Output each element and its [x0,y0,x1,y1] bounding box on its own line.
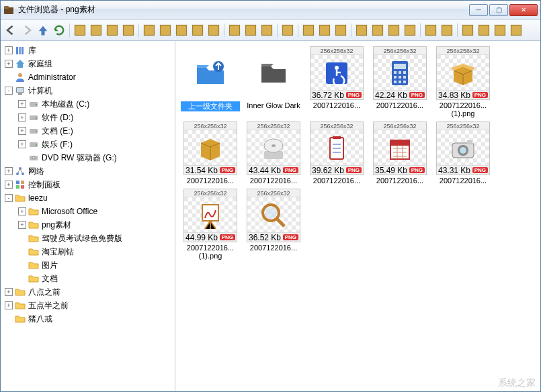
filter-a-button[interactable] [423,23,438,38]
view-medium-button[interactable] [317,23,332,38]
svg-rect-4 [108,25,118,35]
grid-4-button[interactable] [509,23,524,38]
paste-button[interactable] [259,23,274,38]
user-icon [15,72,26,83]
file-item[interactable]: 256x256x3235.49 KbPNG2007122016... [370,121,429,185]
tree-node[interactable]: +八点之前 [2,285,173,299]
tree-twisty[interactable]: + [5,181,13,189]
tree-node[interactable]: +文档 (E:) [2,124,173,138]
sort-size-button[interactable] [370,23,385,38]
view-details-button[interactable] [333,23,348,38]
move-to-button[interactable] [158,23,173,38]
file-item[interactable]: 256x256x3236.52 KbPNG2007122016... [244,189,303,260]
tree-node[interactable]: +Microsoft Office [2,205,173,218]
app-icon [3,5,14,15]
file-item[interactable]: 256x256x3231.54 KbPNG2007122016... [181,121,240,185]
info-bar: 42.24 KbPNG [374,90,426,99]
tree-node[interactable]: +png素材 [2,218,173,232]
up-button[interactable] [36,23,50,38]
tree-node[interactable]: +控制面板 [2,178,173,191]
bookmark-add-button[interactable] [105,23,120,38]
copy-to-button[interactable] [142,23,157,38]
tree-twisty[interactable]: - [5,194,13,202]
folder-icon [15,287,26,297]
tree-twisty[interactable]: + [18,140,26,148]
tree-twisty[interactable]: + [18,127,26,135]
maximize-button[interactable]: ▢ [489,4,508,16]
cut-button[interactable] [227,23,242,38]
svg-rect-11 [230,25,240,35]
tree-twisty[interactable]: + [5,60,13,68]
file-item[interactable]: 256x256x3243.31 KbPNG2007122016... [433,121,493,185]
tree-node[interactable]: +家庭组 [2,57,173,70]
tree-twisty[interactable]: + [18,207,26,215]
tree-node[interactable]: 驾驶员考试绿色免费版 [2,232,173,245]
tree-twisty[interactable]: + [5,288,13,296]
tree-node[interactable]: +本地磁盘 (C:) [2,97,173,111]
grid-3-button[interactable] [493,23,507,38]
tree-twisty[interactable]: + [18,100,26,108]
filename-label: 2007122016... [244,244,303,252]
tree-label: 八点之前 [28,287,60,298]
tree-twisty[interactable]: + [5,167,13,175]
folder-item[interactable]: 上一级文件夹 [181,46,240,117]
file-item[interactable]: 256x256x3239.62 KbPNG2007122016... [307,121,366,185]
sort-name-button[interactable] [354,23,369,38]
tree-node[interactable]: +软件 (D:) [2,111,173,124]
refresh-button[interactable] [52,23,67,38]
svg-rect-26 [495,25,505,35]
tree-node[interactable]: +网络 [2,164,173,178]
tree-node[interactable]: 猪八戒 [2,312,173,326]
tree-twisty[interactable]: + [18,221,26,229]
tree-node[interactable]: 淘宝刷钻 [2,245,173,258]
tree-label: png素材 [42,219,71,231]
grid-1-button[interactable] [460,23,475,38]
tree-node[interactable]: -leezu [2,191,173,205]
tree-node[interactable]: +库 [2,44,173,57]
tree-node[interactable]: +娱乐 (F:) [2,138,173,151]
view-small-button[interactable] [301,23,316,38]
filter-z-button[interactable] [440,23,454,38]
tree-twisty[interactable]: - [5,87,13,95]
copy-button[interactable] [243,23,258,38]
tree-twisty[interactable]: + [18,113,26,121]
file-item[interactable]: 256x256x3234.83 KbPNG2007122016...(1).pn… [433,46,493,117]
minimize-button[interactable]: ─ [469,4,488,16]
size-label: 43.44 Kb [249,166,281,175]
file-item[interactable]: 256x256x3244.99 KbPNG2007122016...(1).pn… [181,189,240,260]
svg-rect-13 [262,25,272,35]
grid-2-button[interactable] [476,23,491,38]
export-button[interactable] [386,23,401,38]
tree-label: 家庭组 [28,58,52,70]
tree-pane[interactable]: +库+家庭组Administrator-计算机+本地磁盘 (C:)+软件 (D:… [1,41,175,391]
forward-button[interactable] [19,23,34,38]
tree-node[interactable]: 图片 [2,258,173,272]
file-pane[interactable]: 上一级文件夹Inner Glow Dark256x256x3236.72 KbP… [175,41,540,391]
folder-item[interactable]: Inner Glow Dark [244,46,303,117]
tree-node[interactable]: -计算机 [2,84,173,97]
tree-node[interactable]: DVD RW 驱动器 (G:) [2,151,173,164]
tree-node[interactable]: 文档 [2,272,173,285]
tree-node[interactable]: +五点半之前 [2,299,173,312]
folder-open-button[interactable] [89,23,103,38]
new-folder-button[interactable] [174,23,189,38]
thumbnail: 256x256x3243.44 KbPNG [247,121,300,175]
folder-plus-button[interactable] [73,23,87,38]
back-button[interactable] [3,23,18,38]
import-button[interactable] [403,23,417,38]
delete-button[interactable] [206,23,221,38]
format-badge: PNG [346,167,362,173]
tree-twisty[interactable]: + [5,46,13,54]
file-item[interactable]: 256x256x3236.72 KbPNG2007122016... [307,46,366,117]
tree-twisty[interactable]: + [5,301,13,309]
svg-rect-30 [22,47,24,54]
svg-rect-24 [463,25,473,35]
file-item[interactable]: 256x256x3243.44 KbPNG2007122016... [244,121,303,185]
bookmark-go-button[interactable] [121,23,136,38]
rename-button[interactable] [190,23,205,38]
file-item[interactable]: 256x256x3242.24 KbPNG2007122016... [370,46,429,117]
tree-node[interactable]: Administrator [2,70,173,84]
close-button[interactable]: ✕ [509,4,538,16]
list-button[interactable] [280,23,295,38]
dimension-label: 256x256x32 [374,47,426,55]
